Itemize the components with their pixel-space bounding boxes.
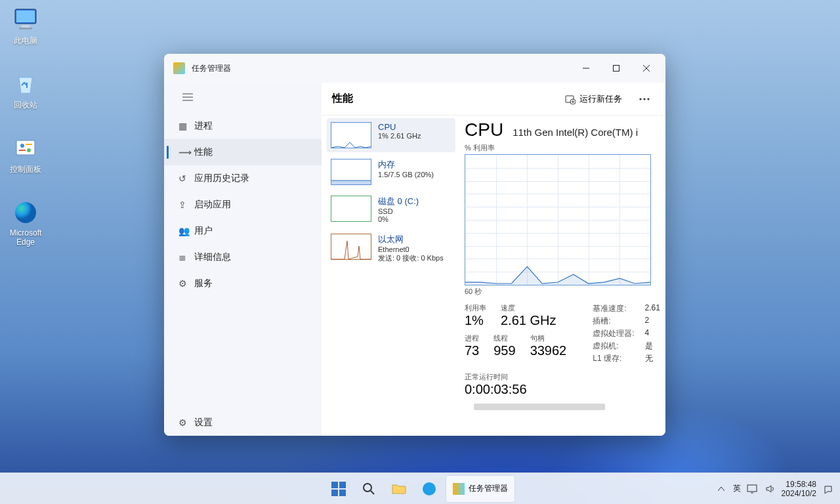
resource-list: CPU1% 2.61 GHz 内存1.5/7.5 GB (20%) 磁盘 0 (… — [322, 116, 461, 436]
svg-point-23 — [647, 98, 649, 100]
nav-label: 启动应用 — [194, 199, 231, 211]
svg-rect-8 — [19, 150, 26, 151]
util-label: 利用率 — [465, 303, 486, 313]
nav-users[interactable]: 👥用户 — [164, 218, 322, 244]
nav-startup[interactable]: ⇪启动应用 — [164, 192, 322, 218]
pulse-icon: ⟿ — [178, 147, 194, 158]
resource-name: 磁盘 0 (C:) — [378, 196, 419, 207]
thread-label: 线程 — [494, 333, 515, 343]
more-menu-button[interactable] — [634, 89, 655, 110]
svg-rect-28 — [331, 490, 338, 496]
new-task-icon — [565, 94, 576, 104]
nav-label: 应用历史记录 — [194, 173, 249, 184]
resource-ethernet[interactable]: 以太网Ethernet0发送: 0 接收: 0 Kbps — [327, 230, 455, 267]
hamburger-button[interactable] — [175, 84, 201, 110]
desktop-icon-label: Microsoft Edge — [0, 228, 51, 247]
resource-sub: 1.5/7.5 GB (20%) — [378, 171, 434, 178]
explorer-button[interactable] — [386, 476, 412, 502]
cpu-thumb — [331, 122, 371, 148]
cpu-graph[interactable] — [465, 154, 651, 285]
clock-date: 2024/10/2 — [782, 489, 816, 498]
detail-title: CPU — [465, 119, 503, 140]
desktop-icon-recycle[interactable]: 回收站 — [0, 70, 51, 111]
search-button[interactable] — [356, 476, 382, 502]
users-icon: 👥 — [178, 226, 194, 236]
nav-label: 性能 — [194, 146, 213, 158]
sidebar: ▦进程 ⟿性能 ↺应用历史记录 ⇪启动应用 👥用户 ≣详细信息 ⚙服务 ⚙设置 — [164, 83, 322, 436]
svg-rect-11 — [614, 66, 620, 72]
taskbar[interactable]: 任务管理器 英 19:58:48 2024/10/2 — [0, 472, 840, 504]
control-panel-icon — [11, 134, 40, 163]
svg-rect-6 — [26, 144, 32, 145]
close-button[interactable] — [631, 58, 662, 79]
grid-icon: ▦ — [178, 121, 194, 131]
clock-time: 19:58:48 — [782, 480, 816, 489]
ime-indicator[interactable]: 英 — [733, 483, 741, 494]
resource-disk[interactable]: 磁盘 0 (C:)SSD0% — [327, 192, 455, 227]
tray-monitor-icon[interactable] — [745, 476, 759, 502]
svg-rect-27 — [339, 482, 346, 488]
notifications-button[interactable] — [820, 476, 836, 502]
resource-sub2: 0% — [378, 215, 419, 223]
nav-label: 用户 — [194, 225, 213, 237]
desktop-icon-label: 控制面板 — [0, 164, 51, 175]
page-title: 性能 — [332, 92, 353, 106]
nav-processes[interactable]: ▦进程 — [164, 113, 322, 139]
run-new-task-label: 运行新任务 — [579, 93, 622, 105]
content-header: 性能 运行新任务 — [322, 83, 665, 116]
nav-services[interactable]: ⚙服务 — [164, 270, 322, 297]
resource-memory[interactable]: 内存1.5/7.5 GB (20%) — [327, 155, 455, 189]
svg-rect-1 — [16, 10, 35, 22]
uptime-label: 正常运行时间 — [465, 372, 663, 382]
recycle-icon — [11, 70, 40, 98]
svg-line-31 — [371, 491, 374, 494]
desktop-icon-label: 回收站 — [0, 100, 51, 111]
svg-point-32 — [423, 482, 436, 495]
detail-panel: CPU 11th Gen Intel(R) Core(TM) i % 利用率 — [461, 116, 665, 436]
horizontal-scrollbar[interactable] — [474, 404, 605, 410]
desktop-icon-control-panel[interactable]: 控制面板 — [0, 134, 51, 175]
resource-sub: 1% 2.61 GHz — [378, 132, 421, 140]
nav-label: 进程 — [194, 120, 213, 132]
desktop-icon-computer[interactable]: 此电脑 — [0, 5, 51, 47]
nav-app-history[interactable]: ↺应用历史记录 — [164, 165, 322, 192]
maximize-button[interactable] — [601, 58, 631, 79]
speed-label: 速度 — [501, 303, 556, 313]
pct-label: % 利用率 — [465, 143, 663, 153]
svg-point-21 — [639, 98, 641, 100]
desktop-icon-edge[interactable]: Microsoft Edge — [0, 198, 51, 247]
minimize-button[interactable] — [571, 58, 601, 79]
tray-chevron[interactable] — [713, 476, 729, 502]
handle-value: 33962 — [530, 343, 567, 358]
resource-name: 以太网 — [378, 234, 444, 245]
mem-thumb — [331, 159, 371, 185]
gear-icon: ⚙ — [178, 278, 194, 289]
svg-rect-34 — [747, 485, 757, 492]
clock[interactable]: 19:58:48 2024/10/2 — [782, 480, 816, 498]
computer-icon — [11, 5, 40, 34]
thread-value: 959 — [494, 343, 515, 358]
edge-button[interactable] — [416, 476, 442, 502]
svg-point-5 — [20, 144, 24, 148]
cpu-name: 11th Gen Intel(R) Core(TM) i — [513, 127, 638, 138]
resource-sub2: 发送: 0 接收: 0 Kbps — [378, 253, 444, 263]
resource-name: 内存 — [378, 159, 434, 171]
volume-icon[interactable] — [763, 476, 778, 502]
history-icon: ↺ — [178, 173, 194, 184]
task-manager-taskbar-button[interactable]: 任务管理器 — [446, 476, 514, 502]
sixty-label: 60 秒 — [465, 287, 663, 297]
uptime-value: 0:00:03:56 — [465, 382, 663, 397]
svg-rect-26 — [331, 482, 338, 488]
resource-sub: Ethernet0 — [378, 245, 444, 253]
desktop-icon-label: 此电脑 — [0, 35, 51, 47]
nav-details[interactable]: ≣详细信息 — [164, 244, 322, 270]
titlebar[interactable]: 任务管理器 — [164, 54, 665, 83]
handle-label: 句柄 — [530, 333, 567, 343]
start-button[interactable] — [326, 476, 352, 502]
nav-performance[interactable]: ⟿性能 — [164, 139, 322, 165]
resource-cpu[interactable]: CPU1% 2.61 GHz — [327, 118, 455, 152]
disk-thumb — [331, 196, 371, 222]
svg-point-7 — [27, 148, 31, 152]
run-new-task-button[interactable]: 运行新任务 — [558, 89, 629, 109]
nav-settings[interactable]: ⚙设置 — [164, 410, 322, 436]
